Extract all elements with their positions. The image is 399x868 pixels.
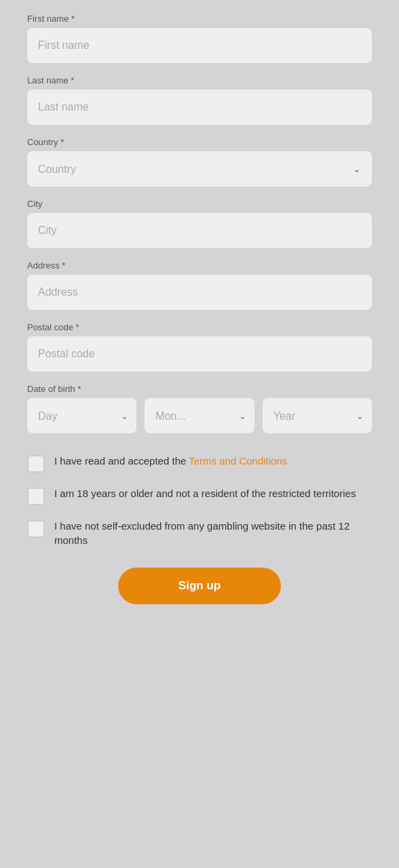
country-select[interactable]: Country: [27, 151, 372, 186]
checkboxes-section: I have read and accepted the Terms and C…: [27, 454, 372, 547]
dob-row: Day ⌄ Mon... ⌄ Year ⌄: [27, 398, 372, 433]
city-group: City: [27, 199, 372, 248]
self-excluded-checkbox-item: I have not self-excluded from any gambli…: [27, 519, 372, 547]
dob-group: Date of birth * Day ⌄ Mon... ⌄ Year ⌄: [27, 384, 372, 433]
dob-day-wrapper: Day ⌄: [27, 398, 136, 433]
last-name-group: Last name *: [27, 75, 372, 125]
address-label: Address *: [27, 260, 372, 271]
dob-year-wrapper: Year ⌄: [263, 398, 372, 433]
self-excluded-label: I have not self-excluded from any gambli…: [54, 519, 372, 547]
age-checkbox[interactable]: [27, 488, 45, 505]
dob-month-select[interactable]: Mon...: [145, 398, 254, 433]
signup-button[interactable]: Sign up: [118, 568, 281, 604]
city-label: City: [27, 199, 372, 209]
postal-code-label: Postal code *: [27, 322, 372, 332]
address-group: Address *: [27, 260, 372, 310]
address-input[interactable]: [27, 275, 372, 310]
terms-text-prefix: I have read and accepted the: [54, 455, 189, 467]
first-name-group: First name *: [27, 14, 372, 63]
country-label: Country *: [27, 137, 372, 147]
country-group: Country * Country ⌄: [27, 137, 372, 186]
age-checkbox-item: I am 18 years or older and not a residen…: [27, 486, 372, 505]
terms-checkbox-item: I have read and accepted the Terms and C…: [27, 454, 372, 473]
dob-month-wrapper: Mon... ⌄: [145, 398, 254, 433]
last-name-label: Last name *: [27, 75, 372, 85]
dob-year-select[interactable]: Year: [263, 398, 372, 433]
terms-link[interactable]: Terms and Conditions: [189, 455, 287, 467]
first-name-label: First name *: [27, 14, 372, 24]
city-input[interactable]: [27, 213, 372, 248]
dob-label: Date of birth *: [27, 384, 372, 394]
self-excluded-checkbox[interactable]: [27, 520, 45, 538]
postal-code-group: Postal code *: [27, 322, 372, 372]
postal-code-input[interactable]: [27, 336, 372, 372]
first-name-input[interactable]: [27, 28, 372, 63]
age-label: I am 18 years or older and not a residen…: [54, 486, 356, 500]
terms-checkbox[interactable]: [27, 455, 45, 473]
last-name-input[interactable]: [27, 90, 372, 125]
dob-day-select[interactable]: Day: [27, 398, 136, 433]
country-select-wrapper: Country ⌄: [27, 151, 372, 186]
terms-label: I have read and accepted the Terms and C…: [54, 454, 287, 468]
registration-form: First name * Last name * Country * Count…: [0, 0, 399, 868]
